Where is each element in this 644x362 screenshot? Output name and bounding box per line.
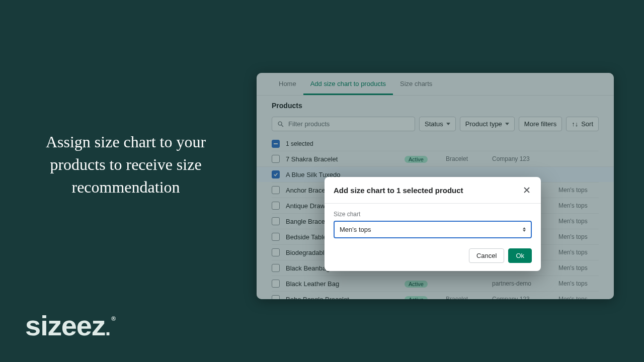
size-chart-label: Size chart [334,211,532,218]
product-vendor: partners-demo [492,280,552,287]
status-badge: Active [405,155,440,163]
filter-placeholder: Filter products [288,120,330,128]
product-type: Bracelet [446,155,486,162]
product-chart: Men's tops [558,296,599,299]
close-icon[interactable] [522,185,532,195]
tab-size-charts[interactable]: Size charts [393,73,439,95]
size-chart-value: Men's tops [340,226,371,233]
product-vendor: Company 123 [492,296,552,299]
product-name: Boho Bangle Bracelet [286,296,398,300]
product-chart: Men's tops [558,264,599,272]
table-row[interactable]: Boho Bangle Bracelet Active Bracelet Com… [272,291,599,299]
size-chart-select[interactable]: Men's tops [334,221,532,238]
svg-point-0 [278,122,282,125]
chevron-down-icon [505,123,509,125]
product-name: 7 Shakra Bracelet [286,155,398,163]
product-vendor: Company 123 [492,155,552,162]
product-chart: Men's tops [558,249,599,256]
status-badge: Active [405,280,440,288]
sort-button[interactable]: ↑↓Sort [566,117,599,131]
tab-home[interactable]: Home [272,73,303,95]
row-checkbox[interactable] [272,280,280,288]
select-chevron-icon [523,227,526,232]
row-checkbox[interactable] [272,217,280,225]
ok-button[interactable]: Ok [508,248,532,263]
product-chart: Men's tops [558,233,599,240]
product-chart: Men's tops [558,280,599,287]
product-type: Bracelet [446,296,486,299]
sort-icon: ↑↓ [572,120,578,128]
promo-headline: Assign size chart to your products to re… [25,131,226,198]
more-filters-button[interactable]: More filters [519,117,562,131]
brand-logo: sizeez.® [25,309,114,342]
row-checkbox[interactable] [272,295,280,299]
product-name: Black Leather Bag [286,280,398,288]
row-checkbox[interactable] [272,170,280,178]
product-chart: Men's tops [558,202,599,209]
row-checkbox[interactable] [272,186,280,194]
modal-title: Add size chart to 1 selected product [334,186,463,195]
row-checkbox[interactable] [272,248,280,256]
add-size-chart-modal: Add size chart to 1 selected product Siz… [325,177,541,271]
status-filter[interactable]: Status [419,117,456,131]
row-checkbox[interactable] [272,202,280,210]
row-checkbox[interactable] [272,155,280,163]
filter-input[interactable]: Filter products [272,117,415,131]
cancel-button[interactable]: Cancel [469,248,504,263]
toolbar: Filter products Status Product type More… [257,114,614,136]
selected-count: 1 selected [286,140,313,147]
search-icon [277,121,284,128]
row-checkbox[interactable] [272,233,280,241]
chevron-down-icon [446,123,450,125]
row-checkbox[interactable] [272,264,280,272]
product-chart: Men's tops [558,218,599,225]
svg-line-1 [281,125,283,127]
product-type-filter[interactable]: Product type [460,117,515,131]
select-all-row: 1 selected [272,136,599,151]
table-row[interactable]: 7 Shakra Bracelet Active Bracelet Compan… [272,151,599,166]
table-row[interactable]: Black Leather Bag Active partners-demo M… [272,276,599,291]
select-all-checkbox[interactable] [272,140,280,148]
product-chart: Men's tops [558,187,599,194]
tab-bar: Home Add size chart to products Size cha… [257,73,614,96]
section-title: Products [257,96,614,114]
status-badge: Active [405,296,440,300]
tab-add-size-chart[interactable]: Add size chart to products [303,73,393,95]
